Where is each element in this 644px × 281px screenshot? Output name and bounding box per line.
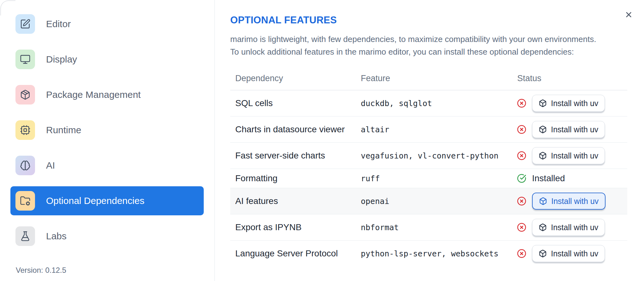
sidebar-item-label: Runtime	[46, 125, 81, 135]
package-box-icon	[539, 249, 547, 258]
status-cell: Install with uv	[513, 95, 627, 112]
optional-features-panel: OPTIONAL FEATURES marimo is lightweight,…	[215, 0, 644, 281]
feature-packages: openai	[361, 197, 513, 206]
column-header-feature: Feature	[361, 74, 513, 83]
table-row: Formatting ruff Installed	[230, 169, 627, 188]
table-body: SQL cells duckdb, sqlglot Install with u…	[230, 90, 627, 266]
install-button-label: Install with uv	[551, 223, 598, 232]
dependency-name: Export as IPYNB	[230, 222, 361, 232]
circle-x-icon	[517, 249, 526, 258]
install-button-label: Install with uv	[551, 99, 598, 108]
install-with-uv-button[interactable]: Install with uv	[532, 219, 605, 236]
not-installed-status-icon	[517, 151, 526, 160]
display-monitor-icon	[20, 54, 31, 65]
dependency-name: Formatting	[230, 173, 361, 183]
feature-packages: vegafusion, vl-convert-python	[361, 151, 513, 160]
cpu-icon	[20, 125, 31, 135]
settings-sidebar: Editor Display Package Management Runtim…	[0, 0, 215, 281]
sidebar-item-icon-box	[15, 120, 35, 140]
sidebar-item-label: Optional Dependencies	[46, 195, 144, 206]
dependency-name: SQL cells	[230, 98, 361, 108]
circle-x-icon	[517, 196, 526, 206]
install-button-label: Install with uv	[551, 125, 598, 134]
sidebar-item-label: Labs	[46, 231, 67, 242]
status-cell: Install with uv	[513, 245, 627, 262]
status-cell: Install with uv	[513, 121, 627, 138]
circle-x-icon	[517, 151, 526, 160]
feature-packages: altair	[361, 125, 513, 134]
sidebar-item-icon-box	[15, 226, 35, 246]
circle-x-icon	[517, 99, 526, 108]
circle-check-icon	[517, 174, 526, 183]
sidebar-item-label: AI	[46, 160, 55, 171]
dependencies-table: Dependency Feature Status SQL cells duck…	[230, 67, 627, 266]
package-box-icon	[539, 99, 547, 107]
install-button-label: Install with uv	[551, 249, 598, 258]
not-installed-status-icon	[517, 223, 526, 232]
package-icon	[20, 89, 31, 100]
table-header-row: Dependency Feature Status	[230, 67, 627, 90]
install-button-label: Install with uv	[551, 197, 599, 206]
sidebar-item-labs[interactable]: Labs	[10, 222, 204, 251]
install-with-uv-button[interactable]: Install with uv	[532, 121, 605, 138]
description-line-2: To unlock additional features in the mar…	[230, 45, 644, 58]
sidebar-item-label: Package Management	[46, 89, 141, 100]
install-with-uv-button[interactable]: Install with uv	[532, 147, 605, 164]
install-with-uv-button[interactable]: Install with uv	[532, 193, 606, 210]
column-header-status: Status	[513, 74, 627, 83]
dependency-name: AI features	[230, 196, 361, 206]
sidebar-item-display[interactable]: Display	[10, 45, 204, 74]
settings-nav: Editor Display Package Management Runtim…	[0, 9, 214, 251]
feature-packages: duckdb, sqlglot	[361, 99, 513, 108]
install-with-uv-button[interactable]: Install with uv	[532, 245, 605, 262]
close-button[interactable]	[624, 9, 634, 20]
sidebar-item-runtime[interactable]: Runtime	[10, 116, 204, 145]
installed-status-label: Installed	[532, 173, 565, 183]
sidebar-item-ai[interactable]: AI	[10, 151, 204, 180]
sidebar-item-icon-box	[15, 156, 35, 175]
sidebar-item-editor[interactable]: Editor	[10, 9, 204, 39]
settings-dialog: Editor Display Package Management Runtim…	[0, 0, 644, 281]
column-header-dependency: Dependency	[230, 74, 361, 83]
install-button-label: Install with uv	[551, 151, 598, 160]
feature-packages: python-lsp-server, websockets	[361, 249, 513, 258]
table-row: Language Server Protocol python-lsp-serv…	[230, 241, 627, 266]
sidebar-item-icon-box	[15, 85, 35, 105]
package-box-icon	[539, 223, 547, 231]
sidebar-item-icon-box	[15, 191, 35, 211]
status-cell: Install with uv	[513, 219, 627, 236]
table-row: SQL cells duckdb, sqlglot Install with u…	[230, 90, 627, 117]
sidebar-item-optional-dependencies[interactable]: Optional Dependencies	[10, 186, 204, 215]
package-box-icon	[539, 152, 547, 160]
status-cell: Install with uv	[513, 147, 627, 164]
brain-icon	[20, 160, 31, 171]
sidebar-item-label: Display	[46, 54, 77, 65]
not-installed-status-icon	[517, 249, 526, 258]
description-line-1: marimo is lightweight, with few dependen…	[230, 33, 644, 45]
flask-icon	[20, 231, 31, 242]
dependency-name: Language Server Protocol	[230, 248, 361, 259]
version-label: Version: 0.12.5	[16, 266, 66, 275]
status-cell: Install with uv	[513, 193, 627, 210]
panel-description: marimo is lightweight, with few dependen…	[230, 33, 644, 58]
editor-pen-icon	[20, 19, 31, 29]
sidebar-item-label: Editor	[46, 19, 71, 29]
table-row: Charts in datasource viewer altair Insta…	[230, 117, 627, 143]
sidebar-item-package-management[interactable]: Package Management	[10, 80, 204, 109]
table-row: Export as IPYNB nbformat Install with uv	[230, 214, 627, 241]
package-box-icon	[539, 125, 547, 134]
table-row: Fast server-side charts vegafusion, vl-c…	[230, 143, 627, 169]
installed-status-icon	[517, 174, 526, 183]
sidebar-item-icon-box	[15, 14, 35, 34]
panel-title: OPTIONAL FEATURES	[230, 15, 644, 26]
feature-packages: ruff	[361, 174, 513, 183]
not-installed-status-icon	[517, 125, 526, 134]
close-icon	[624, 10, 633, 19]
circle-x-icon	[517, 125, 526, 134]
install-with-uv-button[interactable]: Install with uv	[532, 95, 605, 112]
table-row: AI features openai Install with uv	[230, 188, 627, 214]
status-cell: Installed	[513, 173, 627, 183]
not-installed-status-icon	[517, 196, 526, 206]
dependency-name: Fast server-side charts	[230, 151, 361, 161]
dependency-name: Charts in datasource viewer	[230, 124, 361, 135]
